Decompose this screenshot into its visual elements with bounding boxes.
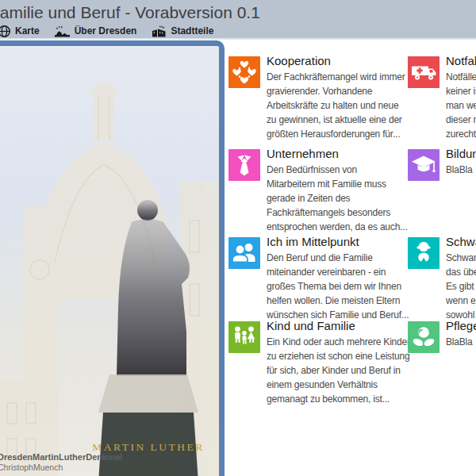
tile-body: Den Bedürfnissen von Mitarbeitern mit Fa… <box>267 163 399 234</box>
tile-kooperation[interactable]: Kooperation Der Fachkräftemangel wird im… <box>228 56 399 141</box>
two-people-icon <box>228 237 260 269</box>
tile-ich-im-mittelpunkt[interactable]: Ich im Mittelpunkt Den Beruf und die Fam… <box>228 237 399 322</box>
app-header: Familie und Beruf - Vorabversion 0.1 Kar… <box>0 0 476 40</box>
tile-body: BlaBla <box>446 163 476 177</box>
photo-credit-line1: DresdenMartinLutherDenkmal <box>0 452 122 463</box>
tie-icon <box>228 149 260 181</box>
tile-body: Ein Kind oder auch mehrere Kinder zu erz… <box>267 335 399 406</box>
tile-notfall[interactable]: Notfall Notfälle keiner is man we dieser… <box>408 56 476 141</box>
hearts-network-icon <box>228 56 260 88</box>
tile-body: Schwang das übe Es gibt a wenn ei sowohl… <box>446 251 476 322</box>
nav-bar: Karte Über Dresden <box>0 23 228 39</box>
tab-stadtteile[interactable]: Stadtteile <box>152 25 213 38</box>
tab-ueber-dresden[interactable]: Über Dresden <box>55 25 137 38</box>
globe-icon <box>0 25 11 38</box>
tile-title: Pflege <box>446 318 476 334</box>
tile-title: Notfall <box>446 53 476 69</box>
tab-karte[interactable]: Karte <box>0 25 40 38</box>
photo-credit-line2: ChristophMuench <box>0 463 122 473</box>
tile-kind-und-familie[interactable]: Kind und Familie Ein Kind oder auch mehr… <box>228 321 399 406</box>
tile-title: Schwangerschaft <box>446 234 476 250</box>
tab-label: Über Dresden <box>75 25 137 36</box>
care-icon <box>408 321 440 353</box>
tile-pflege[interactable]: Pflege BlaBla <box>408 321 476 353</box>
tab-label: Karte <box>15 25 40 36</box>
dresden-photo-panel[interactable]: MARTIN LUTHER DresdenMartinLutherDenkmal… <box>0 40 225 476</box>
graduation-cap-icon <box>408 149 440 181</box>
tile-schwangerschaft[interactable]: Schwangerschaft Schwang das übe Es gibt … <box>408 237 476 322</box>
ambulance-icon <box>408 56 440 88</box>
tile-unternehmen[interactable]: Unternehmen Den Bedürfnissen von Mitarbe… <box>228 149 399 234</box>
tile-body: Der Fachkräftemangel wird immer graviere… <box>267 70 399 141</box>
tile-title: Kind und Familie <box>267 318 399 334</box>
tile-body: Notfälle keiner is man we dieser n zurec… <box>446 70 476 141</box>
tile-body: BlaBla <box>446 335 476 349</box>
baby-icon <box>408 237 440 269</box>
district-icon <box>152 25 167 38</box>
plaque-text: MARTIN LUTHER <box>92 441 205 453</box>
photo-credit: DresdenMartinLutherDenkmal ChristophMuen… <box>0 452 122 473</box>
tile-body: Den Beruf und die Familie miteinander ve… <box>267 251 399 322</box>
tab-label: Stadtteile <box>171 25 213 36</box>
family-icon <box>228 321 260 353</box>
tile-title: Bildung <box>446 146 476 162</box>
tile-title: Kooperation <box>267 53 399 69</box>
tile-title: Unternehmen <box>267 146 399 162</box>
frauenkirche-photo: MARTIN LUTHER DresdenMartinLutherDenkmal… <box>0 46 219 476</box>
tile-title: Ich im Mittelpunkt <box>267 234 399 250</box>
page-title: Familie und Beruf - Vorabversion 0.1 <box>0 3 260 22</box>
tile-bildung[interactable]: Bildung BlaBla <box>408 149 476 181</box>
skyline-icon <box>55 25 71 38</box>
